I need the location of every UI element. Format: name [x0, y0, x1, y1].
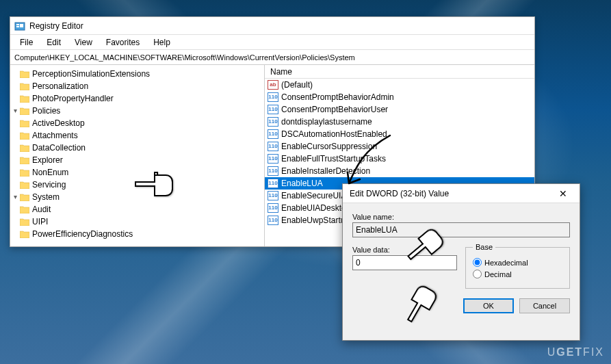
tree-item[interactable]: DataCollection [10, 142, 264, 154]
close-icon[interactable]: ✕ [552, 186, 574, 201]
column-header-name[interactable]: Name [265, 65, 534, 79]
dword-value-icon: 110 [268, 142, 278, 151]
folder-icon [20, 132, 29, 140]
value-data-input[interactable] [352, 255, 457, 270]
svg-rect-2 [16, 26, 19, 27]
dword-value-icon: 110 [268, 166, 278, 176]
tree-item-label: Attachments [32, 129, 78, 142]
dialog-titlebar[interactable]: Edit DWORD (32-bit) Value ✕ [343, 184, 580, 203]
watermark: UGETFIX [547, 346, 604, 359]
hex-label: Hexadecimal [484, 259, 528, 267]
value-name: ConsentPromptBehaviorUser [281, 103, 388, 116]
value-row[interactable]: 110EnableInstallerDetection [265, 165, 534, 177]
string-value-icon: ab [268, 80, 278, 90]
value-data-label: Value data: [352, 246, 457, 254]
tree-item[interactable]: Personalization [10, 80, 264, 92]
value-name: EnableFullTrustStartupTasks [281, 153, 386, 165]
folder-icon [20, 144, 29, 152]
value-name: (Default) [281, 79, 313, 91]
tree-item-label: Audit [32, 203, 51, 216]
edit-dword-dialog: Edit DWORD (32-bit) Value ✕ Value name: … [342, 183, 580, 341]
value-row[interactable]: 110EnableCursorSuppression [265, 140, 534, 153]
cancel-button[interactable]: Cancel [519, 298, 570, 313]
tree-panel[interactable]: PerceptionSimulationExtensionsPersonaliz… [10, 65, 265, 246]
dword-value-icon: 110 [268, 92, 278, 102]
dword-value-icon: 110 [268, 154, 278, 164]
folder-icon [20, 107, 29, 115]
dword-value-icon: 110 [268, 105, 278, 114]
tree-item-label: Explorer [32, 154, 63, 166]
menubar: File Edit View Favorites Help [10, 35, 534, 50]
value-name: ConsentPromptBehaviorAdmin [281, 91, 394, 103]
chevron-down-icon[interactable]: ▾ [10, 105, 20, 117]
value-row[interactable]: ab(Default) [265, 79, 534, 91]
titlebar[interactable]: Registry Editor [10, 17, 534, 35]
folder-icon [20, 120, 29, 127]
tree-item[interactable]: Explorer [10, 154, 264, 166]
menu-edit[interactable]: Edit [40, 36, 68, 49]
folder-icon [20, 70, 29, 78]
dialog-title: Edit DWORD (32-bit) Value [350, 189, 449, 198]
tree-item-label: NonEnum [32, 166, 68, 179]
value-row[interactable]: 110dontdisplaylastusername [265, 116, 534, 128]
value-row[interactable]: 110EnableFullTrustStartupTasks [265, 153, 534, 165]
ok-button[interactable]: OK [463, 298, 514, 313]
tree-item-label: Personalization [32, 80, 88, 92]
tree-item[interactable]: Attachments [10, 129, 264, 142]
chevron-down-icon[interactable]: ▾ [10, 191, 20, 203]
base-legend: Base [473, 243, 495, 251]
folder-icon [20, 83, 29, 90]
dword-value-icon: 110 [268, 203, 278, 213]
tree-item[interactable]: PhotoPropertyHandler [10, 92, 264, 105]
menu-view[interactable]: View [68, 36, 99, 49]
tree-item[interactable]: UIPI [10, 216, 264, 228]
menu-help[interactable]: Help [146, 36, 177, 49]
folder-icon [20, 231, 29, 238]
tree-item-label: DataCollection [32, 142, 86, 154]
tree-item-label: Servicing [32, 179, 66, 191]
tree-item[interactable]: PowerEfficiencyDiagnostics [10, 228, 264, 240]
radio-hexadecimal[interactable] [473, 258, 482, 267]
regedit-icon [14, 21, 25, 31]
folder-icon [20, 218, 29, 226]
value-name: EnableInstallerDetection [281, 165, 370, 177]
tree-item[interactable]: ▾Policies [10, 105, 264, 117]
value-name: EnableCursorSuppression [281, 140, 377, 153]
folder-icon [20, 181, 29, 189]
tree-item[interactable]: Servicing [10, 179, 264, 191]
folder-icon [20, 95, 29, 103]
value-row[interactable]: 110ConsentPromptBehaviorUser [265, 103, 534, 116]
dec-label: Decimal [484, 270, 512, 278]
dword-value-icon: 110 [268, 117, 278, 127]
dword-value-icon: 110 [268, 191, 278, 200]
tree-item[interactable]: ActiveDesktop [10, 117, 264, 129]
folder-icon [20, 206, 29, 213]
radio-decimal[interactable] [473, 270, 482, 278]
value-name-label: Value name: [352, 213, 570, 221]
value-name: dontdisplaylastusername [281, 116, 372, 128]
base-fieldset: Base Hexadecimal Decimal [465, 243, 570, 289]
tree-item-label: PowerEfficiencyDiagnostics [32, 228, 133, 240]
tree-item[interactable]: ▾System [10, 191, 264, 203]
tree-item-label: PerceptionSimulationExtensions [32, 68, 150, 80]
value-name: DSCAutomationHostEnabled [281, 128, 387, 140]
menu-favorites[interactable]: Favorites [99, 36, 146, 49]
dword-value-icon: 110 [268, 179, 278, 188]
folder-icon [20, 169, 29, 177]
value-row[interactable]: 110DSCAutomationHostEnabled [265, 128, 534, 140]
tree-item-label: System [32, 191, 60, 203]
value-name: EnableLUA [281, 177, 323, 190]
tree-item-label: PhotoPropertyHandler [32, 92, 114, 105]
value-row[interactable]: 110ConsentPromptBehaviorAdmin [265, 91, 534, 103]
tree-item[interactable]: Audit [10, 203, 264, 216]
folder-icon [20, 157, 29, 164]
svg-rect-1 [16, 24, 19, 25]
svg-rect-3 [20, 24, 23, 27]
menu-file[interactable]: File [13, 36, 40, 49]
tree-item-label: UIPI [32, 216, 48, 228]
dword-value-icon: 110 [268, 129, 278, 139]
address-bar[interactable]: Computer\HKEY_LOCAL_MACHINE\SOFTWARE\Mic… [10, 50, 534, 65]
tree-item[interactable]: PerceptionSimulationExtensions [10, 68, 264, 80]
tree-item[interactable]: NonEnum [10, 166, 264, 179]
tree-item-label: ActiveDesktop [32, 117, 85, 129]
